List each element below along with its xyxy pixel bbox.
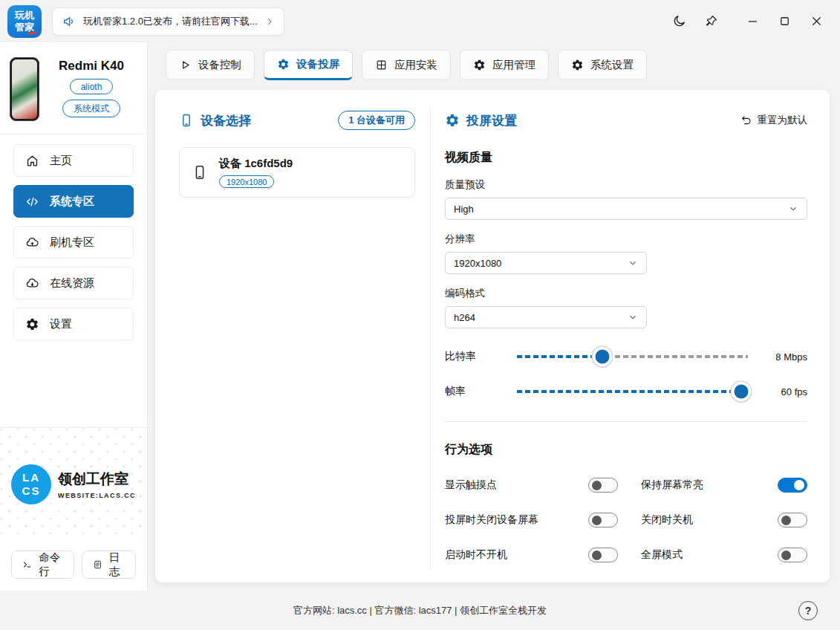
sidebar-item-home[interactable]: 主页 (13, 144, 134, 177)
fullscreen-mode-toggle[interactable] (778, 548, 807, 562)
device-mode-badge: 系统模式 (62, 100, 120, 117)
tab-app-install[interactable]: 应用安装 (362, 50, 451, 80)
close-button[interactable] (801, 7, 831, 36)
sidebar-item-label: 刷机专区 (50, 236, 94, 250)
titlebar: 玩机 管家 玩机管家1.2.0已发布，请前往官网下载... (0, 0, 840, 42)
quality-preset-value: High (454, 204, 474, 215)
sidebar-item-settings[interactable]: 设置 (13, 308, 134, 340)
sidebar-footer: 命令行 日志 (0, 540, 147, 591)
gear-icon (25, 317, 39, 331)
megaphone-icon (62, 15, 76, 28)
sidebar: Redmi K40 alioth 系统模式 主页 系统专区 刷机专区 (0, 42, 148, 591)
sidebar-item-online-resources[interactable]: 在线资源 (13, 267, 134, 299)
fps-row: 帧率 60 fps (445, 385, 807, 398)
vertical-divider (430, 106, 431, 571)
moon-icon (672, 14, 686, 28)
log-button[interactable]: 日志 (82, 551, 136, 579)
theme-toggle-button[interactable] (664, 7, 694, 36)
device-select-panel: 设备选择 1 台设备可用 设备 1c6fd5d9 1920x1080 (179, 111, 415, 568)
close-icon (810, 14, 824, 28)
studio-content: LA CS 领创工作室 WEBSITE:LACS.CC (11, 464, 136, 504)
show-touches-toggle[interactable] (588, 478, 618, 493)
codec-select[interactable]: h264 (445, 306, 647, 328)
turn-screen-off-label: 投屏时关闭设备屏幕 (445, 513, 588, 527)
turn-screen-off-toggle[interactable] (588, 513, 618, 527)
undo-icon (740, 114, 752, 126)
device-name: Redmi K40 (59, 59, 124, 74)
codec-value: h264 (454, 312, 475, 323)
fps-value: 60 fps (748, 386, 807, 397)
bitrate-slider[interactable] (517, 355, 748, 358)
sidebar-item-system-zone[interactable]: 系统专区 (13, 185, 134, 218)
section-divider (445, 421, 807, 422)
footer-text: 官方网站: lacs.cc | 官方微信: lacs177 | 领创工作室全栈开… (293, 604, 547, 617)
window-controls (664, 7, 831, 36)
tab-screen-mirror[interactable]: 设备投屏 (264, 50, 353, 80)
minimize-button[interactable] (738, 7, 767, 36)
gear-icon (571, 59, 584, 71)
video-quality-title: 视频质量 (445, 150, 807, 166)
phone-icon (192, 164, 208, 181)
codec-label: 编码格式 (445, 287, 807, 300)
gear-icon (473, 59, 486, 71)
device-meta: Redmi K40 alioth 系统模式 (45, 57, 137, 121)
tab-system-settings[interactable]: 系统设置 (558, 50, 647, 80)
tab-device-control[interactable]: 设备控制 (166, 50, 255, 80)
show-touches-label: 显示触摸点 (445, 478, 588, 492)
pin-button[interactable] (696, 7, 726, 36)
minimize-icon (746, 14, 760, 28)
sidebar-item-label: 设置 (50, 317, 72, 331)
app-logo-text-line1: 玩机 (15, 10, 34, 22)
fps-slider[interactable] (517, 390, 748, 393)
log-icon (93, 558, 102, 571)
content-card: 设备选择 1 台设备可用 设备 1c6fd5d9 1920x1080 (155, 90, 830, 582)
resolution-select[interactable]: 1920x1080 (445, 252, 647, 274)
tab-label: 设备控制 (198, 58, 241, 72)
device-item-meta: 设备 1c6fd5d9 1920x1080 (219, 157, 293, 188)
studio-text: 领创工作室 WEBSITE:LACS.CC (58, 470, 136, 499)
tab-label: 设备投屏 (296, 57, 339, 71)
quality-preset-label: 质量预设 (445, 178, 807, 192)
sidebar-item-label: 在线资源 (50, 276, 94, 290)
sidebar-item-label: 主页 (50, 154, 72, 168)
maximize-button[interactable] (769, 7, 799, 36)
tab-bar: 设备控制 设备投屏 应用安装 应用管理 系统设置 (148, 42, 840, 87)
package-icon (375, 59, 388, 71)
quality-preset-select[interactable]: High (445, 198, 807, 220)
log-label: 日志 (109, 551, 125, 579)
studio-name: 领创工作室 (58, 470, 136, 489)
code-icon (25, 195, 39, 209)
cloud-upload-icon (25, 236, 39, 250)
lacs-logo-line2: CS (22, 484, 41, 497)
device-codename-badge: alioth (70, 79, 114, 94)
bitrate-label: 比特率 (445, 350, 517, 363)
keep-awake-toggle[interactable] (778, 478, 807, 493)
power-off-on-close-toggle[interactable] (778, 513, 807, 527)
announcement-banner[interactable]: 玩机管家1.2.0已发布，请前往官网下载... (52, 7, 284, 36)
app-logo: 玩机 管家 (7, 5, 42, 38)
gear-icon (445, 113, 460, 128)
studio-website: WEBSITE:LACS.CC (58, 492, 136, 499)
pin-icon (704, 14, 718, 28)
device-list-item[interactable]: 设备 1c6fd5d9 1920x1080 (179, 147, 415, 198)
no-power-on-start-toggle[interactable] (588, 548, 618, 562)
behavior-row: 启动时不开机 全屏模式 (445, 548, 807, 562)
content-area: 设备选择 1 台设备可用 设备 1c6fd5d9 1920x1080 (148, 87, 840, 591)
device-info: Redmi K40 alioth 系统模式 (0, 42, 147, 134)
no-power-on-start-label: 启动时不开机 (445, 548, 588, 562)
behavior-row: 投屏时关闭设备屏幕 关闭时关机 (445, 513, 807, 527)
command-line-button[interactable]: 命令行 (11, 551, 74, 579)
help-button[interactable]: ? (798, 601, 818, 620)
behavior-row: 显示触摸点 保持屏幕常亮 (445, 478, 807, 493)
tab-app-manage[interactable]: 应用管理 (460, 50, 549, 80)
resolution-label: 分辨率 (445, 233, 807, 246)
sidebar-item-flash-zone[interactable]: 刷机专区 (13, 226, 134, 259)
lacs-logo-line1: LA (22, 471, 40, 484)
gear-icon (277, 58, 290, 71)
cloud-download-icon (25, 276, 39, 290)
device-item-name: 设备 1c6fd5d9 (219, 157, 293, 171)
main-area: 设备控制 设备投屏 应用安装 应用管理 系统设置 (148, 42, 840, 591)
mirror-settings-title: 投屏设置 (466, 112, 517, 129)
reset-defaults-button[interactable]: 重置为默认 (740, 114, 808, 127)
chevron-down-icon (628, 258, 638, 268)
